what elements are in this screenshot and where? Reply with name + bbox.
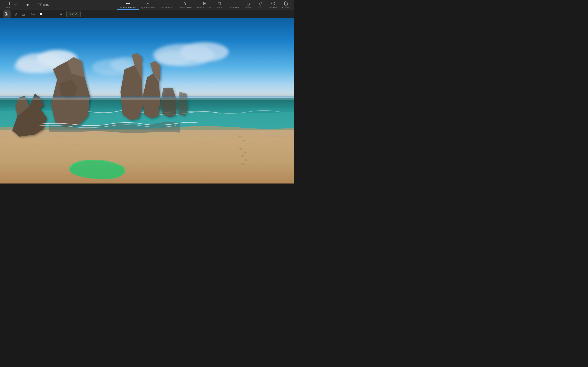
tone-color-icon	[202, 1, 207, 6]
tool-tone-color[interactable]: TONE & COLOR	[195, 0, 214, 10]
brush-tool-button[interactable]	[3, 10, 11, 18]
size-label: Size	[31, 13, 35, 15]
canvas-area[interactable]	[0, 18, 294, 184]
object-removal-label: OBJECT REMOVAL	[120, 7, 137, 8]
svg-rect-10	[233, 2, 235, 5]
svg-rect-32	[0, 96, 294, 100]
compare-icon	[233, 1, 237, 6]
tool-history[interactable]: HISTORY	[267, 0, 280, 10]
export-icon	[284, 1, 288, 6]
svg-point-7	[203, 2, 204, 3]
svg-rect-0	[6, 2, 9, 5]
quick-repair-icon	[146, 1, 150, 6]
svg-point-2	[128, 3, 129, 4]
tool-line-removal[interactable]: LINE REMOVAL	[157, 0, 176, 10]
zoom-value-display: 124%	[43, 4, 49, 6]
quick-repair-label: QUICK REPAIR	[141, 7, 155, 8]
zoom-slider[interactable]	[18, 5, 36, 5]
svg-rect-11	[235, 2, 237, 5]
line-removal-icon	[165, 1, 169, 6]
tone-color-label: TONE & COLOR	[197, 7, 211, 8]
secondary-toolbar: Size 25 GO ✓	[0, 10, 294, 18]
svg-point-30	[238, 136, 242, 138]
crop-icon	[218, 1, 222, 6]
tool-object-removal[interactable]: OBJECT REMOVAL	[117, 0, 139, 10]
eraser-tool-button[interactable]	[20, 10, 27, 18]
go-label: GO	[69, 13, 74, 16]
lasso-tool-button[interactable]	[11, 10, 19, 18]
svg-point-25	[239, 148, 242, 150]
zoom-controls: FIT 1:1	[14, 3, 42, 6]
svg-point-9	[203, 4, 204, 4]
go-check-icon: ✓	[75, 12, 78, 16]
zoom-1to1-label[interactable]: 1:1	[38, 3, 42, 6]
svg-point-31	[242, 140, 246, 142]
zoom-slider-container	[18, 5, 36, 5]
tool-quick-repair[interactable]: QUICK REPAIR	[139, 0, 157, 10]
open-label: OPEN	[5, 7, 10, 8]
svg-point-20	[155, 50, 192, 66]
crop-label: CROP	[217, 7, 223, 8]
clone-stamp-label: CLONE STAMP	[179, 7, 192, 8]
svg-point-8	[204, 3, 205, 4]
zoom-fit-label[interactable]: FIT	[14, 4, 17, 6]
tool-clone-stamp[interactable]: CLONE STAMP	[176, 0, 195, 10]
svg-point-13	[15, 14, 16, 15]
svg-point-27	[241, 155, 244, 157]
go-button[interactable]: GO ✓	[66, 11, 81, 17]
svg-point-28	[244, 159, 248, 161]
tool-undo[interactable]: UNDO	[242, 0, 254, 10]
size-value-display: 25	[59, 13, 63, 15]
clone-stamp-icon	[183, 1, 188, 6]
redo-label: REDO	[258, 7, 263, 8]
size-slider[interactable]	[37, 12, 57, 16]
top-toolbar: OPEN FIT 1:1 124% OBJECT REMOVAL	[0, 0, 294, 10]
object-removal-icon	[126, 1, 130, 6]
undo-icon	[246, 1, 251, 6]
history-icon	[271, 1, 276, 6]
history-label: HISTORY	[269, 7, 277, 8]
svg-point-6	[184, 2, 185, 3]
tool-compare[interactable]: COMPARE	[228, 0, 242, 10]
tool-redo[interactable]: REDO	[254, 0, 267, 10]
svg-rect-24	[0, 130, 294, 184]
line-removal-label: LINE REMOVAL	[160, 7, 174, 8]
scene-canvas[interactable]	[0, 18, 294, 184]
undo-label: UNDO	[245, 7, 251, 8]
tool-export[interactable]: EXPORT	[280, 0, 292, 10]
open-button[interactable]: OPEN	[2, 0, 14, 10]
compare-label: COMPARE	[230, 7, 240, 8]
redo-icon	[258, 1, 263, 6]
svg-point-29	[241, 163, 245, 165]
size-control: Size 25	[31, 12, 63, 16]
tool-crop[interactable]: CROP	[214, 0, 226, 10]
svg-point-5	[185, 2, 186, 3]
svg-point-17	[14, 59, 47, 73]
open-icon	[6, 1, 10, 6]
svg-point-26	[243, 151, 247, 154]
export-label: EXPORT	[282, 7, 290, 8]
